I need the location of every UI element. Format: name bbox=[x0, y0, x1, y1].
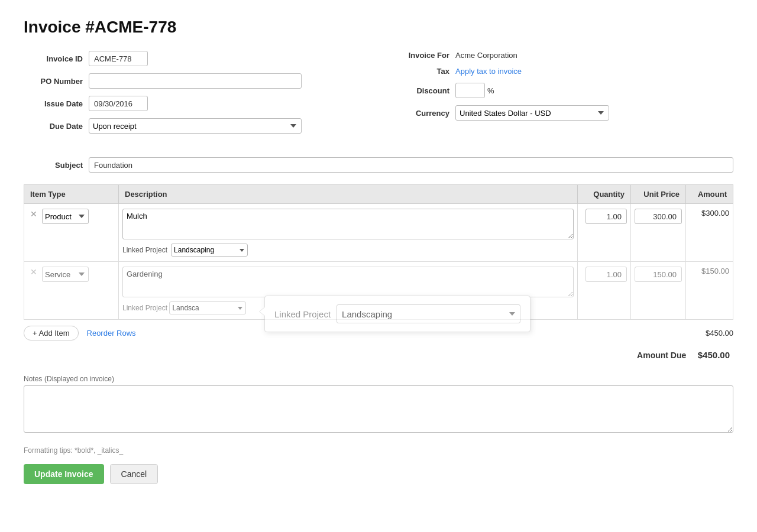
subtotal-value: $450.00 bbox=[706, 329, 733, 338]
unit-price-input-1[interactable] bbox=[635, 209, 682, 224]
quantity-input-1[interactable] bbox=[585, 209, 627, 224]
item-type-select-1[interactable]: Product Service Expense bbox=[42, 209, 89, 224]
subject-input[interactable] bbox=[89, 157, 733, 173]
table-row: ✕ Product Service Expense Mulch Linked P… bbox=[24, 204, 733, 262]
notes-label: Notes (Displayed on invoice) bbox=[24, 374, 733, 383]
description-input-2[interactable]: Gardening bbox=[122, 267, 574, 297]
amount-due-value: $450.00 bbox=[698, 350, 730, 360]
linked-project-popup: Linked Project Landscaping Foundation Ot… bbox=[264, 296, 530, 332]
invoice-id-input[interactable] bbox=[89, 51, 148, 66]
amount-value-2: $150.00 bbox=[686, 262, 733, 320]
tax-label: Tax bbox=[396, 67, 449, 76]
remove-row-2-button[interactable]: ✕ bbox=[28, 267, 40, 277]
percent-symbol: % bbox=[487, 86, 494, 95]
col-item-type: Item Type bbox=[24, 185, 119, 204]
remove-row-1-button[interactable]: ✕ bbox=[28, 209, 40, 219]
popup-project-select[interactable]: Landscaping Foundation Other bbox=[337, 304, 520, 323]
due-date-select[interactable]: Upon receipt Net 15 Net 30 Net 60 bbox=[89, 118, 302, 134]
popup-label: Linked Project bbox=[274, 309, 331, 319]
cancel-button[interactable]: Cancel bbox=[110, 464, 158, 484]
col-amount: Amount bbox=[686, 185, 733, 204]
page-title: Invoice #ACME-778 bbox=[24, 18, 733, 37]
reorder-rows-link[interactable]: Reorder Rows bbox=[87, 329, 136, 338]
item-type-select-2[interactable]: Product Service Expense bbox=[42, 267, 89, 282]
linked-project-label-1: Linked Project bbox=[122, 246, 167, 254]
invoice-id-label: Invoice ID bbox=[24, 54, 83, 63]
discount-input[interactable] bbox=[455, 83, 485, 98]
add-item-button[interactable]: + Add Item bbox=[24, 326, 79, 340]
amount-due-label: Amount Due bbox=[637, 351, 686, 360]
po-number-label: PO Number bbox=[24, 77, 83, 86]
issue-date-label: Issue Date bbox=[24, 99, 83, 108]
items-table: Item Type Description Quantity Unit Pric… bbox=[24, 184, 733, 320]
invoice-for-label: Invoice For bbox=[396, 51, 449, 60]
subject-label: Subject bbox=[24, 161, 83, 170]
unit-price-input-2[interactable] bbox=[635, 267, 682, 282]
apply-tax-link[interactable]: Apply tax to invoice bbox=[455, 67, 522, 76]
table-row: ✕ Product Service Expense Gardening Link… bbox=[24, 262, 733, 320]
amount-value-1: $300.00 bbox=[686, 204, 733, 262]
update-invoice-button[interactable]: Update Invoice bbox=[24, 464, 104, 484]
linked-project-label-2: Linked Project bbox=[122, 304, 167, 312]
col-description: Description bbox=[119, 185, 578, 204]
col-unit-price: Unit Price bbox=[631, 185, 686, 204]
currency-select[interactable]: United States Dollar - USD bbox=[455, 105, 609, 121]
notes-textarea[interactable] bbox=[24, 385, 733, 433]
invoice-for-value: Acme Corporation bbox=[455, 51, 517, 60]
linked-project-select-2[interactable]: Landsca bbox=[169, 301, 246, 314]
col-quantity: Quantity bbox=[578, 185, 631, 204]
discount-label: Discount bbox=[396, 86, 449, 95]
issue-date-input[interactable] bbox=[89, 96, 148, 111]
currency-label: Currency bbox=[396, 109, 449, 118]
formatting-tips: Formatting tips: *bold*, _italics_ bbox=[24, 446, 733, 455]
quantity-input-2[interactable] bbox=[585, 267, 627, 282]
linked-project-select-1[interactable]: Landscaping Foundation Other bbox=[171, 244, 248, 257]
due-date-label: Due Date bbox=[24, 122, 83, 131]
po-number-input[interactable] bbox=[89, 73, 302, 89]
description-input-1[interactable]: Mulch bbox=[122, 209, 574, 239]
